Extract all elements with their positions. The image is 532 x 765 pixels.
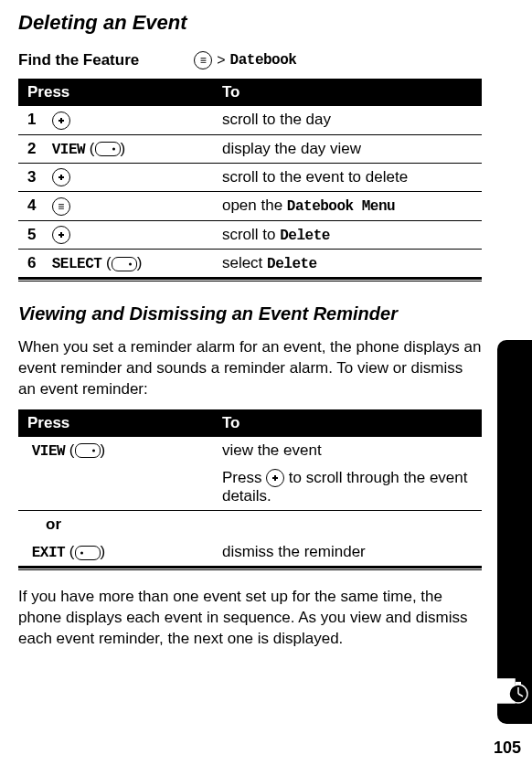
table-row: 1 scroll to the day <box>18 106 482 134</box>
outro-text: If you have more than one event set up f… <box>18 587 482 650</box>
table-divider <box>18 566 482 570</box>
nav-icon <box>52 112 70 130</box>
step-desc: dismiss the reminder <box>213 538 482 566</box>
key-label: EXIT <box>32 545 65 561</box>
page-heading: Deleting an Event <box>18 11 482 35</box>
table-row: VIEW () view the event <box>18 437 482 464</box>
calendar-clock-icon <box>493 674 529 708</box>
path-separator: > <box>217 52 225 69</box>
step-num: 5 <box>27 226 48 244</box>
step-num: 3 <box>27 168 48 186</box>
table-row: Press to scroll through the event detail… <box>18 464 482 511</box>
step-extra: Press to scroll through the event detail… <box>213 464 482 511</box>
table-divider <box>18 277 482 282</box>
step-desc: scroll to the day <box>213 106 482 134</box>
page-number: 105 <box>494 738 521 758</box>
key-label: SELECT <box>52 256 102 272</box>
key-label: VIEW <box>52 142 85 158</box>
step-num: 2 <box>27 140 48 158</box>
key-label: VIEW <box>32 443 65 460</box>
step-desc: display the day view <box>213 134 482 163</box>
col-to: To <box>213 79 482 106</box>
step-num: 4 <box>27 197 48 215</box>
step-desc: view the event <box>213 437 482 464</box>
step-num: 1 <box>27 111 48 129</box>
steps-table-2: Press To VIEW () view the event Press to… <box>18 409 482 567</box>
table-row: 3 scroll to the event to delete <box>18 163 482 192</box>
or-row: or <box>18 511 482 539</box>
col-press: Press <box>18 409 213 437</box>
softkey-right-icon <box>95 142 121 156</box>
col-press: Press <box>18 79 213 106</box>
section-intro: When you set a reminder alarm for an eve… <box>18 337 482 400</box>
col-to: To <box>213 409 482 437</box>
step-desc: scroll to Delete <box>213 220 482 250</box>
svg-rect-9 <box>516 682 521 685</box>
or-label: or <box>18 511 213 539</box>
find-feature-label: Find the Feature <box>18 51 139 69</box>
nav-icon <box>52 226 70 244</box>
section-heading: Viewing and Dismissing an Event Reminder <box>18 303 482 324</box>
nav-icon <box>266 469 284 487</box>
menu-icon <box>52 197 70 216</box>
table-row: 6 SELECT () select Delete <box>18 250 482 278</box>
softkey-right-icon <box>75 443 101 458</box>
step-desc: scroll to the event to delete <box>213 163 482 192</box>
step-num: 6 <box>27 254 48 272</box>
table-row: 4 open the Datebook Menu <box>18 192 482 221</box>
step-desc: open the Datebook Menu <box>213 192 482 221</box>
table-row: 2 VIEW () display the day view <box>18 134 482 163</box>
nav-icon <box>52 168 70 186</box>
path-target: Datebook <box>230 52 297 69</box>
menu-icon <box>194 51 212 69</box>
table-row: 5 scroll to Delete <box>18 220 482 250</box>
find-feature-row: Find the Feature > Datebook <box>18 51 482 69</box>
step-desc: select Delete <box>213 250 482 278</box>
table-row: EXIT () dismiss the reminder <box>18 538 482 566</box>
steps-table-1: Press To 1 scroll to the day 2 VIEW () d… <box>18 79 482 277</box>
softkey-right-icon <box>112 257 137 271</box>
softkey-left-icon <box>75 546 101 560</box>
side-tab <box>497 340 532 724</box>
